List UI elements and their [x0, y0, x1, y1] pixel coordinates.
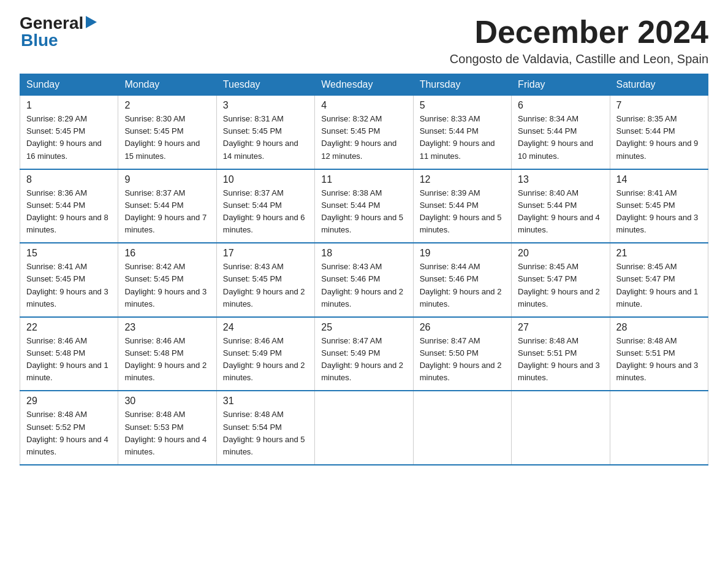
calendar-cell: 3 Sunrise: 8:31 AMSunset: 5:45 PMDayligh…: [216, 96, 314, 169]
calendar-cell: 27 Sunrise: 8:48 AMSunset: 5:51 PMDaylig…: [512, 317, 610, 391]
svg-marker-0: [86, 16, 97, 28]
day-info: Sunrise: 8:48 AMSunset: 5:53 PMDaylight:…: [124, 410, 207, 456]
week-row-2: 8 Sunrise: 8:36 AMSunset: 5:44 PMDayligh…: [20, 169, 708, 243]
day-number: 15: [26, 248, 112, 259]
day-info: Sunrise: 8:38 AMSunset: 5:44 PMDaylight:…: [321, 188, 403, 234]
header-monday: Monday: [118, 74, 216, 96]
day-number: 9: [124, 174, 210, 185]
calendar-cell: 25 Sunrise: 8:47 AMSunset: 5:49 PMDaylig…: [315, 317, 413, 391]
calendar-cell: 14 Sunrise: 8:41 AMSunset: 5:45 PMDaylig…: [610, 169, 708, 243]
location-subtitle: Congosto de Valdavia, Castille and Leon,…: [450, 52, 708, 66]
day-info: Sunrise: 8:29 AMSunset: 5:45 PMDaylight:…: [26, 114, 102, 160]
day-number: 23: [124, 322, 210, 333]
calendar-cell: 23 Sunrise: 8:46 AMSunset: 5:48 PMDaylig…: [118, 317, 216, 391]
calendar-header-row: SundayMondayTuesdayWednesdayThursdayFrid…: [20, 74, 708, 96]
header-thursday: Thursday: [413, 74, 511, 96]
day-info: Sunrise: 8:37 AMSunset: 5:44 PMDaylight:…: [124, 188, 207, 234]
day-number: 10: [223, 174, 308, 185]
month-title: December 2024: [450, 15, 708, 50]
calendar-cell: 7 Sunrise: 8:35 AMSunset: 5:44 PMDayligh…: [610, 96, 708, 169]
week-row-3: 15 Sunrise: 8:41 AMSunset: 5:45 PMDaylig…: [20, 243, 708, 317]
day-number: 25: [321, 322, 406, 333]
day-number: 11: [321, 174, 406, 185]
day-info: Sunrise: 8:48 AMSunset: 5:51 PMDaylight:…: [518, 336, 600, 382]
day-number: 26: [420, 322, 505, 333]
day-number: 5: [420, 100, 505, 111]
week-row-1: 1 Sunrise: 8:29 AMSunset: 5:45 PMDayligh…: [20, 96, 708, 169]
day-info: Sunrise: 8:40 AMSunset: 5:44 PMDaylight:…: [518, 188, 600, 234]
day-number: 18: [321, 248, 406, 259]
day-info: Sunrise: 8:46 AMSunset: 5:48 PMDaylight:…: [26, 336, 108, 382]
day-info: Sunrise: 8:43 AMSunset: 5:45 PMDaylight:…: [223, 262, 305, 308]
day-info: Sunrise: 8:46 AMSunset: 5:48 PMDaylight:…: [124, 336, 207, 382]
day-number: 31: [223, 396, 308, 407]
day-number: 2: [124, 100, 210, 111]
day-info: Sunrise: 8:47 AMSunset: 5:50 PMDaylight:…: [420, 336, 502, 382]
day-number: 6: [518, 100, 603, 111]
day-number: 4: [321, 100, 406, 111]
day-info: Sunrise: 8:32 AMSunset: 5:45 PMDaylight:…: [321, 114, 396, 160]
calendar-cell: 9 Sunrise: 8:37 AMSunset: 5:44 PMDayligh…: [118, 169, 216, 243]
day-number: 27: [518, 322, 603, 333]
day-number: 12: [420, 174, 505, 185]
calendar-table: SundayMondayTuesdayWednesdayThursdayFrid…: [20, 74, 708, 465]
calendar-cell: 22 Sunrise: 8:46 AMSunset: 5:48 PMDaylig…: [20, 317, 118, 391]
day-number: 29: [26, 396, 112, 407]
day-info: Sunrise: 8:48 AMSunset: 5:54 PMDaylight:…: [223, 410, 305, 456]
day-number: 28: [616, 322, 702, 333]
day-number: 1: [26, 100, 112, 111]
day-info: Sunrise: 8:33 AMSunset: 5:44 PMDaylight:…: [420, 114, 495, 160]
day-info: Sunrise: 8:36 AMSunset: 5:44 PMDaylight:…: [26, 188, 108, 234]
day-number: 20: [518, 248, 603, 259]
title-block: December 2024 Congosto de Valdavia, Cast…: [450, 15, 708, 66]
calendar-cell: 6 Sunrise: 8:34 AMSunset: 5:44 PMDayligh…: [512, 96, 610, 169]
day-info: Sunrise: 8:41 AMSunset: 5:45 PMDaylight:…: [616, 188, 699, 234]
calendar-cell: 20 Sunrise: 8:45 AMSunset: 5:47 PMDaylig…: [512, 243, 610, 317]
day-number: 21: [616, 248, 702, 259]
day-info: Sunrise: 8:34 AMSunset: 5:44 PMDaylight:…: [518, 114, 593, 160]
calendar-cell: 31 Sunrise: 8:48 AMSunset: 5:54 PMDaylig…: [216, 391, 314, 465]
day-number: 8: [26, 174, 112, 185]
day-info: Sunrise: 8:48 AMSunset: 5:51 PMDaylight:…: [616, 336, 699, 382]
week-row-5: 29 Sunrise: 8:48 AMSunset: 5:52 PMDaylig…: [20, 391, 708, 465]
day-info: Sunrise: 8:48 AMSunset: 5:52 PMDaylight:…: [26, 410, 108, 456]
day-info: Sunrise: 8:45 AMSunset: 5:47 PMDaylight:…: [616, 262, 699, 308]
header-tuesday: Tuesday: [216, 74, 314, 96]
day-number: 13: [518, 174, 603, 185]
logo-blue: Blue: [20, 31, 58, 50]
day-number: 7: [616, 100, 702, 111]
calendar-cell: 11 Sunrise: 8:38 AMSunset: 5:44 PMDaylig…: [315, 169, 413, 243]
day-info: Sunrise: 8:30 AMSunset: 5:45 PMDaylight:…: [124, 114, 200, 160]
day-info: Sunrise: 8:43 AMSunset: 5:46 PMDaylight:…: [321, 262, 403, 308]
week-row-4: 22 Sunrise: 8:46 AMSunset: 5:48 PMDaylig…: [20, 317, 708, 391]
day-info: Sunrise: 8:31 AMSunset: 5:45 PMDaylight:…: [223, 114, 298, 160]
logo-container: General Blue: [20, 15, 118, 50]
calendar-cell: 18 Sunrise: 8:43 AMSunset: 5:46 PMDaylig…: [315, 243, 413, 317]
day-number: 19: [420, 248, 505, 259]
calendar-cell: 10 Sunrise: 8:37 AMSunset: 5:44 PMDaylig…: [216, 169, 314, 243]
calendar-cell: [512, 391, 610, 465]
day-info: Sunrise: 8:41 AMSunset: 5:45 PMDaylight:…: [26, 262, 108, 308]
day-info: Sunrise: 8:47 AMSunset: 5:49 PMDaylight:…: [321, 336, 403, 382]
day-number: 3: [223, 100, 308, 111]
day-info: Sunrise: 8:45 AMSunset: 5:47 PMDaylight:…: [518, 262, 600, 308]
logo-triangle-icon: [85, 15, 98, 32]
calendar-cell: 19 Sunrise: 8:44 AMSunset: 5:46 PMDaylig…: [413, 243, 511, 317]
day-number: 22: [26, 322, 112, 333]
calendar-cell: 12 Sunrise: 8:39 AMSunset: 5:44 PMDaylig…: [413, 169, 511, 243]
calendar-cell: 16 Sunrise: 8:42 AMSunset: 5:45 PMDaylig…: [118, 243, 216, 317]
calendar-cell: 13 Sunrise: 8:40 AMSunset: 5:44 PMDaylig…: [512, 169, 610, 243]
calendar-cell: 24 Sunrise: 8:46 AMSunset: 5:49 PMDaylig…: [216, 317, 314, 391]
header-saturday: Saturday: [610, 74, 708, 96]
calendar-cell: 8 Sunrise: 8:36 AMSunset: 5:44 PMDayligh…: [20, 169, 118, 243]
day-info: Sunrise: 8:37 AMSunset: 5:44 PMDaylight:…: [223, 188, 305, 234]
calendar-cell: 15 Sunrise: 8:41 AMSunset: 5:45 PMDaylig…: [20, 243, 118, 317]
header-sunday: Sunday: [20, 74, 118, 96]
calendar-cell: 5 Sunrise: 8:33 AMSunset: 5:44 PMDayligh…: [413, 96, 511, 169]
day-info: Sunrise: 8:42 AMSunset: 5:45 PMDaylight:…: [124, 262, 207, 308]
logo-general: General: [20, 15, 83, 32]
page-header: General Blue December 2024 Congosto de V…: [20, 15, 708, 66]
calendar-cell: 2 Sunrise: 8:30 AMSunset: 5:45 PMDayligh…: [118, 96, 216, 169]
calendar-cell: 30 Sunrise: 8:48 AMSunset: 5:53 PMDaylig…: [118, 391, 216, 465]
day-info: Sunrise: 8:44 AMSunset: 5:46 PMDaylight:…: [420, 262, 502, 308]
